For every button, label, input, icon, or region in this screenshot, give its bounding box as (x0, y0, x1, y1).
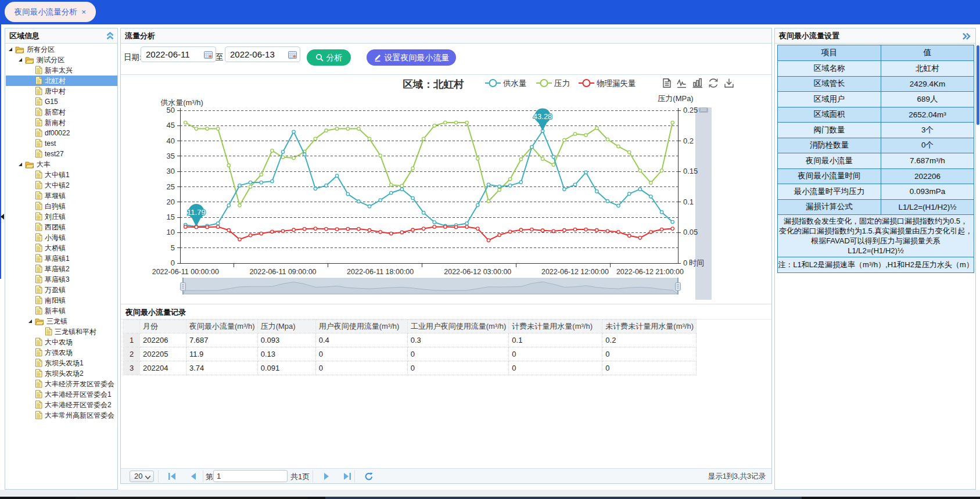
svg-text:5: 5 (171, 243, 175, 252)
svg-text:区域：北虹村: 区域：北虹村 (403, 78, 465, 90)
svg-text:45: 45 (167, 121, 175, 130)
svg-text:2022-06-12 21:00:00: 2022-06-12 21:00:00 (616, 268, 684, 276)
svg-text:2022-06-11 09:00:00: 2022-06-11 09:00:00 (249, 268, 316, 276)
svg-text:物理漏失量: 物理漏失量 (597, 79, 636, 88)
svg-text:2022-06-12 03:00:00: 2022-06-12 03:00:00 (444, 268, 511, 276)
svg-text:20: 20 (167, 198, 175, 206)
svg-text:0.25: 0.25 (683, 106, 698, 114)
svg-text:2022-06-11 00:00:00: 2022-06-11 00:00:00 (152, 268, 219, 276)
svg-text:35: 35 (167, 152, 175, 160)
svg-text:50: 50 (167, 106, 175, 114)
svg-text:0.15: 0.15 (683, 167, 698, 175)
svg-text:0.2: 0.2 (683, 137, 694, 145)
svg-text:15: 15 (167, 213, 175, 221)
svg-text:0: 0 (171, 259, 175, 267)
svg-text:2022-06-11 18:00:00: 2022-06-11 18:00:00 (347, 268, 414, 276)
svg-text:10: 10 (167, 228, 175, 236)
svg-text:30: 30 (167, 167, 175, 175)
svg-text:0.1: 0.1 (683, 198, 694, 206)
svg-text:压力(MPa): 压力(MPa) (658, 94, 693, 103)
svg-text:43.28: 43.28 (533, 112, 552, 121)
svg-text:供水量(m³/h): 供水量(m³/h) (160, 98, 203, 107)
svg-text:25: 25 (167, 182, 175, 191)
svg-text:40: 40 (167, 137, 175, 145)
svg-text:2022-06-12 12:00:00: 2022-06-12 12:00:00 (541, 268, 609, 276)
svg-text:压力: 压力 (554, 79, 570, 88)
svg-text:11.79: 11.79 (187, 208, 206, 217)
svg-text:0: 0 (683, 259, 687, 267)
svg-text:供水量: 供水量 (503, 79, 527, 88)
svg-text:0.05: 0.05 (683, 228, 698, 236)
svg-text:时间: 时间 (689, 259, 704, 267)
